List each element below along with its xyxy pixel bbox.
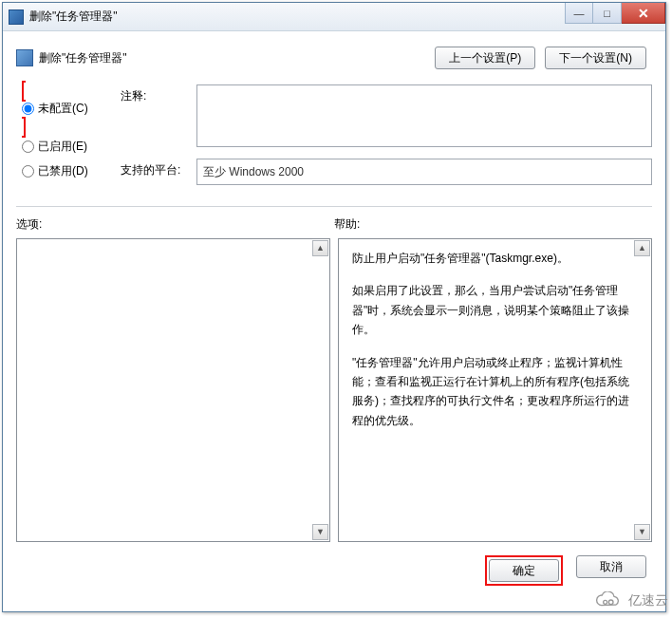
highlight-ok: 确定 [485,555,563,586]
help-label: 帮助: [334,216,652,233]
config-area: 未配置(C) 已启用(E) 已禁用(D) 注释: 支持的平 [16,84,652,197]
cancel-button[interactable]: 取消 [576,555,646,578]
options-label: 选项: [16,216,334,233]
settings-right-col: 注释: 支持的平台: [121,84,652,197]
maximize-button[interactable]: □ [593,3,622,24]
radio-not-configured[interactable]: 未配置(C) [22,96,102,121]
highlight-not-configured: 未配置(C) [22,81,102,138]
radio-disabled[interactable]: 已禁用(D) [22,159,102,183]
divider [16,206,652,207]
close-button[interactable]: ✕ [622,3,665,24]
previous-setting-button[interactable]: 上一个设置(P) [435,47,535,69]
help-text-3: "任务管理器"允许用户启动或终止程序；监视计算机性能；查看和监视正运行在计算机上… [352,353,638,431]
options-scroll-down-icon[interactable]: ▼ [312,524,328,540]
radio-enabled-label: 已启用(E) [38,139,87,155]
comment-label: 注释: [121,84,187,147]
radio-not-configured-input[interactable] [22,103,34,115]
radio-enabled-input[interactable] [22,140,34,153]
footer: 确定 取消 [16,542,652,586]
panels: ▲ ▼ ▲ ▼ 防止用户启动"任务管理器"(Taskmgr.exe)。 如果启用… [16,238,652,542]
next-setting-button[interactable]: 下一个设置(N) [545,47,646,69]
help-text-2: 如果启用了此设置，那么，当用户尝试启动"任务管理器"时，系统会显示一则消息，说明… [352,281,638,339]
platform-field[interactable] [196,159,652,185]
titlebar[interactable]: 删除"任务管理器" — □ ✕ [3,3,665,31]
help-panel: ▲ ▼ 防止用户启动"任务管理器"(Taskmgr.exe)。 如果启用了此设置… [338,238,652,542]
radio-disabled-input[interactable] [22,165,34,178]
dialog-window: 删除"任务管理器" — □ ✕ 删除"任务管理器" 上一个设置(P) 下一个设置… [2,2,666,612]
section-labels: 选项: 帮助: [16,216,652,233]
ok-button[interactable]: 确定 [489,559,559,582]
platform-label: 支持的平台: [121,159,187,185]
radio-disabled-label: 已禁用(D) [38,163,88,179]
policy-icon [16,49,33,66]
comment-textarea[interactable] [196,84,652,147]
app-icon [9,9,24,25]
window-title: 删除"任务管理器" [29,9,118,25]
help-text-1: 防止用户启动"任务管理器"(Taskmgr.exe)。 [352,249,638,268]
window-controls: — □ ✕ [565,3,665,24]
options-scroll-up-icon[interactable]: ▲ [312,240,328,256]
help-scroll-up-icon[interactable]: ▲ [634,240,650,256]
state-radio-group: 未配置(C) 已启用(E) 已禁用(D) [16,84,102,197]
help-scroll-down-icon[interactable]: ▼ [634,524,650,540]
radio-enabled[interactable]: 已启用(E) [22,134,102,159]
policy-heading: 删除"任务管理器" [39,50,127,66]
minimize-button[interactable]: — [565,3,593,24]
content-area: 删除"任务管理器" 上一个设置(P) 下一个设置(N) 未配置(C) 已启用(E… [3,31,665,599]
options-panel: ▲ ▼ [16,238,330,542]
header-row: 删除"任务管理器" 上一个设置(P) 下一个设置(N) [16,41,652,81]
radio-not-configured-label: 未配置(C) [38,101,88,117]
